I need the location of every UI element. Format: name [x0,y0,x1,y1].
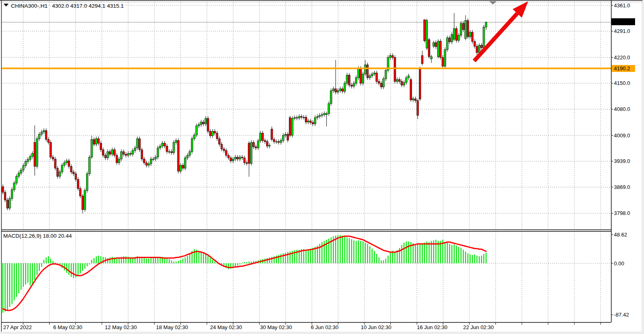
macd-axis-tick-label: 48.62 [614,232,627,238]
price-axis-tick-label: 4080.0 [614,106,630,112]
chart-title-ohlc: 4302.0 4317.0 4294.1 4315.1 [52,3,124,9]
macd-indicator-label: MACD(12,26,9) 18.00 20.44 [3,233,72,239]
price-axis-tick-label: 3869.0 [614,184,630,190]
svg-text:4315.1: 4315.1 [614,19,630,25]
price-axis-tick-label: 4291.0 [614,28,630,34]
trading-chart: 4361.04291.04220.04150.04080.04009.03939… [0,0,644,334]
window-bottom-edge [0,332,644,334]
macd-axis-tick-label: -87.42 [614,312,629,318]
time-axis-tick-label: 30 May 02:30 [260,324,292,330]
time-axis-tick-label: 16 Jun 02:30 [417,324,447,330]
time-axis-tick-label: 18 May 02:30 [156,324,188,330]
time-axis-tick-label: 27 Apr 2022 [3,324,32,330]
price-axis-tick-label: 4361.0 [614,2,630,9]
svg-text:4190.2: 4190.2 [614,65,630,72]
hline-price-label: 4190.2 [611,65,635,72]
macd-axis-tick-label: 0.00 [614,260,624,267]
price-axis-tick-label: 3798.0 [614,210,630,216]
time-axis-tick-label: 24 May 02:30 [210,324,242,330]
time-axis-tick-label: 10 Jun 02:30 [361,324,391,330]
window-right-edge [642,0,644,334]
time-axis-tick-label: 22 Jun 02:30 [463,324,494,330]
window-background [0,0,644,334]
time-axis-tick-label: 12 May 02:30 [105,324,137,330]
time-axis-tick-label: 6 Jun 02:30 [311,324,338,330]
chart-window: 4361.04291.04220.04150.04080.04009.03939… [0,0,644,334]
chart-title-symbol: CHINA300-,H1 [11,3,48,9]
time-axis-tick-label: 6 May 02:30 [53,324,82,330]
price-axis-tick-label: 4150.0 [614,80,630,86]
price-axis-tick-label: 4220.0 [614,54,630,61]
price-axis-tick-label: 4009.0 [614,132,630,139]
price-axis-tick-label: 3939.0 [614,158,630,164]
current-price-label: 4315.1 [611,18,635,25]
